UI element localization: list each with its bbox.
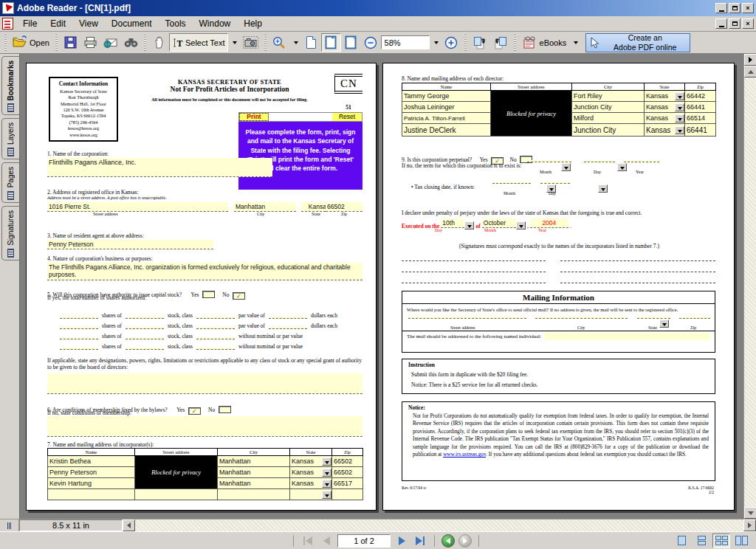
mailing-street-field[interactable] bbox=[408, 317, 526, 319]
form-reset-button[interactable]: Reset bbox=[332, 113, 362, 121]
term-day-dropdown[interactable] bbox=[617, 163, 627, 171]
state-dropdown[interactable] bbox=[675, 126, 684, 134]
toolbar-grip[interactable] bbox=[514, 35, 516, 51]
q5-no-checkbox[interactable] bbox=[233, 292, 245, 300]
create-adobe-pdf-online-button[interactable]: Create an Adobe PDF online bbox=[585, 33, 690, 52]
director-zip[interactable]: 66441 bbox=[685, 124, 716, 137]
next-page-button[interactable] bbox=[394, 534, 409, 548]
incorporator-state[interactable]: Kansas bbox=[290, 456, 332, 467]
share-type-field[interactable] bbox=[126, 348, 164, 350]
share-type-field[interactable] bbox=[126, 317, 164, 319]
mailing-individual-field[interactable] bbox=[544, 333, 710, 340]
menu-edit[interactable]: Edit bbox=[44, 17, 72, 30]
share-type-field[interactable] bbox=[126, 337, 164, 339]
mailing-state-field[interactable] bbox=[637, 317, 670, 319]
fit-width-button[interactable] bbox=[341, 33, 361, 52]
state-dropdown[interactable] bbox=[322, 480, 331, 488]
share-count-field[interactable] bbox=[60, 327, 98, 329]
director-state[interactable]: Kansas bbox=[645, 102, 685, 113]
share-class-field[interactable] bbox=[196, 337, 235, 339]
toolbar-grip[interactable] bbox=[4, 35, 7, 51]
select-text-button[interactable]: T Select Text bbox=[169, 33, 228, 52]
doc-minimize-button[interactable] bbox=[715, 18, 727, 29]
incorporator-state[interactable]: Kansas bbox=[290, 478, 332, 489]
ebooks-dropdown[interactable] bbox=[569, 33, 581, 52]
state-dropdown[interactable] bbox=[675, 103, 684, 111]
pane-splitter[interactable] bbox=[0, 519, 19, 531]
zoom-tool-button[interactable] bbox=[269, 33, 289, 52]
menu-tools[interactable]: Tools bbox=[159, 17, 193, 30]
doc-close-button[interactable]: × bbox=[742, 18, 754, 29]
scroll-down-button[interactable] bbox=[744, 507, 756, 519]
signature-line[interactable] bbox=[560, 260, 715, 261]
hand-tool-button[interactable] bbox=[149, 33, 169, 52]
tab-signatures[interactable]: Signatures bbox=[1, 206, 19, 260]
toolbar-grip[interactable] bbox=[144, 35, 146, 51]
menu-help[interactable]: Help bbox=[237, 17, 269, 30]
email-button[interactable] bbox=[100, 33, 121, 52]
share-parvalue-field[interactable] bbox=[269, 327, 307, 329]
open-button[interactable]: Open bbox=[10, 33, 52, 52]
incorporator-name[interactable]: Kevin Hartung bbox=[48, 478, 135, 489]
save-button[interactable] bbox=[61, 33, 80, 52]
zoom-level-input[interactable] bbox=[381, 35, 430, 49]
mailing-city-field[interactable] bbox=[535, 317, 628, 319]
term-day-field[interactable] bbox=[584, 160, 615, 162]
share-count-field[interactable] bbox=[60, 337, 98, 339]
signature-line[interactable] bbox=[402, 260, 546, 261]
director-state[interactable]: Kansas bbox=[645, 124, 685, 137]
zoom-tool-dropdown[interactable] bbox=[289, 33, 301, 52]
incorporator-state[interactable] bbox=[290, 489, 332, 500]
incorporator-zip[interactable] bbox=[332, 489, 363, 500]
incorporator-city[interactable]: Manhattan bbox=[218, 467, 290, 478]
director-city[interactable]: Junction City bbox=[572, 124, 645, 137]
share-parvalue-field[interactable] bbox=[269, 317, 307, 319]
designations-field[interactable] bbox=[47, 373, 362, 394]
menu-view[interactable]: View bbox=[72, 17, 105, 30]
term-month-field[interactable] bbox=[527, 160, 571, 162]
tax-day-dropdown[interactable] bbox=[598, 184, 608, 193]
previous-view-button[interactable] bbox=[490, 33, 511, 52]
tab-bookmarks[interactable]: Bookmarks bbox=[1, 56, 19, 115]
page-number-input[interactable] bbox=[337, 534, 391, 548]
close-button[interactable]: × bbox=[742, 3, 754, 13]
zoom-out-button[interactable] bbox=[361, 33, 381, 52]
signature-line[interactable] bbox=[560, 283, 715, 283]
q3-resident-agent-field[interactable]: Penny Peterson bbox=[47, 240, 213, 249]
q2-city-field[interactable]: Manhattan bbox=[234, 202, 296, 212]
form-print-button[interactable]: Print bbox=[239, 113, 269, 121]
state-dropdown[interactable] bbox=[675, 92, 684, 100]
incorporator-zip[interactable]: 66517 bbox=[332, 478, 363, 489]
executed-day-field[interactable]: 10th bbox=[441, 218, 464, 228]
q4-purposes-field[interactable]: The Flinthills Pagans Alliance, Inc. org… bbox=[47, 263, 362, 280]
incorporator-city[interactable]: Manhattan bbox=[218, 456, 290, 467]
vertical-scrollbar[interactable] bbox=[743, 54, 756, 519]
document-canvas[interactable]: Contact Information Kansas Secretary of … bbox=[20, 54, 743, 519]
irs-link[interactable]: www.irs.ustreas.gov bbox=[443, 452, 486, 458]
q1-corporation-name-field[interactable]: Flinthills Pagans Alliance, Inc. bbox=[47, 158, 272, 177]
mailing-state-dropdown[interactable] bbox=[659, 320, 669, 328]
incorporator-street[interactable] bbox=[135, 489, 218, 500]
incorporator-zip[interactable]: 66502 bbox=[332, 467, 363, 478]
director-name[interactable]: Justine DeClerk bbox=[402, 124, 491, 137]
scroll-left-button[interactable] bbox=[123, 519, 135, 531]
share-count-field[interactable] bbox=[60, 348, 98, 350]
executed-month-field[interactable]: October bbox=[482, 218, 516, 228]
scrollbar-track[interactable] bbox=[744, 77, 756, 507]
share-class-field[interactable] bbox=[196, 317, 235, 319]
tab-layers[interactable]: Layers bbox=[1, 118, 19, 159]
director-name[interactable]: Patricia A. Tilton-Farrell bbox=[402, 113, 491, 124]
membership-conditions-field[interactable] bbox=[47, 416, 362, 437]
toolbar-grip[interactable] bbox=[464, 35, 467, 51]
signature-line[interactable] bbox=[402, 283, 546, 283]
toolbar-grip[interactable] bbox=[55, 35, 58, 51]
minimize-button[interactable] bbox=[715, 3, 727, 13]
doc-restore-button[interactable] bbox=[729, 18, 740, 29]
director-name[interactable]: Tammy George bbox=[402, 91, 491, 102]
signature-line[interactable] bbox=[560, 272, 715, 272]
menu-file[interactable]: File bbox=[16, 17, 44, 30]
share-class-field[interactable] bbox=[196, 327, 235, 329]
executed-month-dropdown[interactable] bbox=[516, 221, 526, 229]
tax-month-field[interactable] bbox=[492, 182, 531, 184]
next-view-button[interactable] bbox=[458, 534, 472, 548]
